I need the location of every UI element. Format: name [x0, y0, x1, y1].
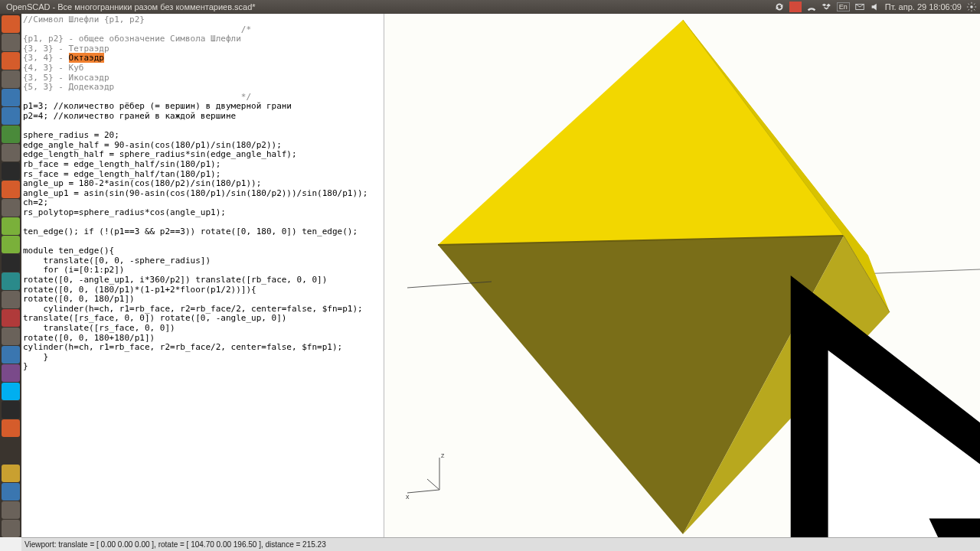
app-icon-2[interactable] [2, 70, 20, 88]
terminal-icon[interactable] [2, 162, 20, 180]
viewport-status: Viewport: translate = [ 0.00 0.00 0.00 ]… [24, 540, 326, 549]
app-icon-10[interactable] [2, 291, 20, 308]
status-bar: Viewport: translate = [ 0.00 0.00 0.00 ]… [21, 537, 980, 551]
unity-launcher [0, 14, 21, 537]
app-icon-9[interactable] [2, 272, 20, 290]
chrome-icon[interactable] [2, 199, 20, 217]
app-icon-4[interactable] [2, 107, 20, 125]
app-icon-12[interactable] [2, 328, 20, 345]
octa-face-top-left [438, 20, 844, 245]
svg-point-1 [970, 5, 973, 8]
clock[interactable]: Пт. апр. 29 18:06:09 [885, 2, 962, 11]
notification-icon[interactable] [789, 2, 802, 12]
openscad-icon[interactable] [2, 236, 20, 253]
app-icon-17[interactable] [2, 465, 20, 482]
dash-icon[interactable] [2, 15, 20, 33]
network-icon[interactable] [806, 2, 817, 12]
code-editor[interactable]: //Символ Шлефли {p1, p2} /* {p1, p2} - о… [21, 14, 384, 537]
mail-icon[interactable] [854, 2, 865, 12]
openscad-window: //Символ Шлефли {p1, p2} /* {p1, p2} - о… [21, 14, 980, 537]
skype-icon[interactable] [2, 383, 20, 400]
app-icon-8[interactable] [2, 254, 20, 272]
app-icon-11[interactable] [2, 309, 20, 327]
sync-icon[interactable] [774, 2, 785, 12]
top-menu-bar: OpenSCAD - Все многогранники разом без к… [0, 0, 980, 14]
system-tray: En Пт. апр. 29 18:06:09 [774, 2, 977, 12]
svg-line-9 [407, 490, 439, 493]
app-icon-7[interactable] [2, 217, 20, 235]
volume-icon[interactable] [870, 2, 880, 12]
app-icon-5[interactable] [2, 126, 20, 143]
render-canvas: z x [384, 14, 980, 537]
app-icon-3[interactable] [2, 89, 20, 106]
app-icon-6[interactable] [2, 144, 20, 161]
svg-text:z: z [441, 452, 445, 459]
app-icon-13[interactable] [2, 346, 20, 364]
svg-line-10 [427, 479, 439, 490]
dropbox-icon[interactable] [822, 2, 832, 12]
firefox-icon[interactable] [2, 181, 20, 198]
window-title: OpenSCAD - Все многогранники разом без к… [3, 2, 774, 11]
app-icon-18[interactable] [2, 483, 20, 500]
keyboard-lang-indicator[interactable]: En [837, 2, 850, 11]
gear-icon[interactable] [966, 2, 977, 12]
svg-line-3 [859, 269, 980, 274]
svg-text:x: x [406, 493, 410, 500]
files-icon[interactable] [2, 34, 20, 51]
selected-text: Октаэдр [69, 53, 104, 63]
axis-gizmo: z x [406, 452, 445, 500]
app-icon-14[interactable] [2, 364, 20, 382]
3d-viewport[interactable]: z x [384, 14, 980, 537]
app-icon-16[interactable] [2, 419, 20, 437]
app-icon-19[interactable] [2, 501, 20, 519]
trash-icon[interactable] [2, 520, 20, 537]
app-icon-1[interactable] [2, 52, 20, 70]
app-icon-15[interactable] [2, 401, 20, 419]
